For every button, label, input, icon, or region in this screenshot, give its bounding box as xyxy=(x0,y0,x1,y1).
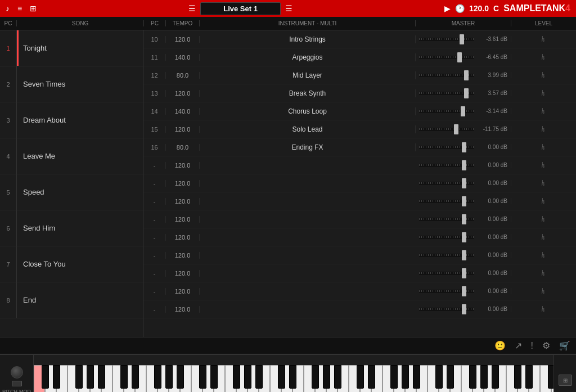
arrow-icon[interactable]: ↗ xyxy=(515,340,522,351)
fader-track-11[interactable] xyxy=(419,236,474,239)
piano-key-C#3[interactable] xyxy=(278,365,285,389)
piano-key-G#0[interactable] xyxy=(87,365,94,389)
piano-key-G#4[interactable] xyxy=(402,365,409,389)
fader-thumb-5[interactable] xyxy=(454,124,458,134)
fader-track-13[interactable] xyxy=(419,272,474,275)
alert-icon[interactable]: ! xyxy=(531,341,533,351)
row-master-10: 0.00 dB xyxy=(416,216,511,222)
level-r-label-5: R xyxy=(541,128,546,133)
piano-key-F#6[interactable] xyxy=(548,365,554,389)
music-note-icon[interactable]: ♪ xyxy=(6,4,10,13)
fader-thumb-13[interactable] xyxy=(462,268,466,278)
row-level-15: L R xyxy=(511,306,576,313)
piano-key-G#1[interactable] xyxy=(165,365,173,389)
fader-track-1[interactable] xyxy=(419,56,474,59)
fader-thumb-0[interactable] xyxy=(460,34,464,44)
kb-button-1[interactable] xyxy=(12,381,22,386)
piano-key-A#0[interactable] xyxy=(98,365,105,389)
fader-thumb-14[interactable] xyxy=(462,286,466,296)
piano-key-G#3[interactable] xyxy=(323,365,330,389)
row-master-1: -6.45 dB xyxy=(416,54,511,60)
fader-track-14[interactable] xyxy=(419,290,474,293)
song-item-seven-times[interactable]: 2Seven Times xyxy=(0,66,143,102)
piano-key-F#2[interactable] xyxy=(233,365,240,389)
fader-track-7[interactable] xyxy=(419,164,474,167)
fader-track-3[interactable] xyxy=(419,92,474,95)
piano-key-G#2[interactable] xyxy=(244,365,251,389)
piano-key-D#2[interactable] xyxy=(210,365,218,389)
piano-key-D#6[interactable] xyxy=(525,365,533,389)
fader-track-2[interactable] xyxy=(419,74,474,77)
fader-thumb-11[interactable] xyxy=(462,232,466,242)
piano-key-A#5[interactable] xyxy=(492,365,499,389)
piano-key-F#4[interactable] xyxy=(390,365,398,389)
row-tempo-15: 120.0 xyxy=(166,306,200,313)
fader-thumb-3[interactable] xyxy=(464,88,469,98)
piano-key-F#0[interactable] xyxy=(75,365,83,389)
fader-track-15[interactable] xyxy=(419,308,474,311)
piano-key-C#1[interactable] xyxy=(120,365,128,389)
fader-thumb-12[interactable] xyxy=(462,250,466,260)
piano-key-C#5[interactable] xyxy=(435,365,443,389)
main-content: 1Tonight2Seven Times3Dream About4Leave M… xyxy=(0,30,576,337)
cart-icon[interactable]: 🛒 xyxy=(559,340,570,351)
fader-track-10[interactable] xyxy=(419,218,474,221)
row-tempo-11: 120.0 xyxy=(166,234,200,241)
piano-key-A#2[interactable] xyxy=(255,365,263,389)
piano-key-D#3[interactable] xyxy=(289,365,296,389)
key-value[interactable]: C xyxy=(493,4,499,13)
hamburger-icon[interactable]: ☰ xyxy=(285,4,292,13)
song-item-leave-me[interactable]: 4Leave Me xyxy=(0,138,143,174)
piano-key-A#4[interactable] xyxy=(413,365,420,389)
piano-key-C#2[interactable] xyxy=(199,365,206,389)
data-row-10: -120.00.00 dBL R xyxy=(143,210,576,228)
fader-track-12[interactable] xyxy=(419,254,474,257)
fader-thumb-10[interactable] xyxy=(462,214,466,224)
settings-icon[interactable]: ⚙ xyxy=(542,340,550,351)
fader-track-5[interactable] xyxy=(419,128,474,131)
piano-key-C#4[interactable] xyxy=(357,365,364,389)
fader-track-4[interactable] xyxy=(419,110,474,113)
fader-thumb-2[interactable] xyxy=(464,70,469,80)
kb-right-btn-1[interactable]: ⊞ xyxy=(559,375,572,386)
list-icon[interactable]: ☰ xyxy=(188,4,196,13)
piano-key-C#6[interactable] xyxy=(514,365,521,389)
menu-icon[interactable]: ≡ xyxy=(17,4,22,13)
piano-key-C#0[interactable] xyxy=(42,365,49,389)
fader-thumb-9[interactable] xyxy=(462,196,466,206)
live-set-name[interactable]: Live Set 1 xyxy=(200,2,281,15)
emoji-icon[interactable]: 🙂 xyxy=(494,340,506,351)
piano-key-F#5[interactable] xyxy=(469,365,476,389)
piano-key-D#4[interactable] xyxy=(368,365,375,389)
piano-key-F#3[interactable] xyxy=(312,365,319,389)
fader-thumb-1[interactable] xyxy=(457,52,462,62)
bpm-value[interactable]: 120.0 xyxy=(469,4,489,13)
song-item-close-to-you[interactable]: 7Close To You xyxy=(0,246,143,282)
piano-key-F#1[interactable] xyxy=(154,365,161,389)
piano-key-D#1[interactable] xyxy=(132,365,139,389)
fader-thumb-4[interactable] xyxy=(461,106,465,116)
fader-thumb-7[interactable] xyxy=(462,160,466,170)
song-item-tonight[interactable]: 1Tonight xyxy=(0,30,143,66)
fader-thumb-15[interactable] xyxy=(462,304,466,314)
fader-track-8[interactable] xyxy=(419,182,474,185)
fader-track-9[interactable] xyxy=(419,200,474,203)
piano-key-D#0[interactable] xyxy=(53,365,60,389)
piano-key-G#5[interactable] xyxy=(480,365,488,389)
keyboard-knob[interactable] xyxy=(11,366,23,379)
piano-key-D#5[interactable] xyxy=(447,365,454,389)
song-item-dream-about[interactable]: 3Dream About xyxy=(0,102,143,138)
piano-key-A#1[interactable] xyxy=(177,365,184,389)
song-item-send-him[interactable]: 6Send Him xyxy=(0,210,143,246)
play-button[interactable]: ▶ xyxy=(444,4,451,13)
song-item-speed[interactable]: 5Speed xyxy=(0,174,143,210)
song-item-end[interactable]: 8End xyxy=(0,282,143,318)
fader-thumb-6[interactable] xyxy=(462,142,466,152)
fader-track-0[interactable] xyxy=(419,38,474,41)
piano-key-A#3[interactable] xyxy=(334,365,341,389)
fader-track-6[interactable] xyxy=(419,146,474,149)
fader-thumb-8[interactable] xyxy=(462,178,466,188)
data-panel: 10120.0Intro Strings-3.61 dBL R 11140.0A… xyxy=(143,30,576,337)
piano-scroll[interactable]: C0C1C2C3C4C5C6C7 xyxy=(34,355,554,392)
mixer-icon[interactable]: ⊞ xyxy=(30,4,37,13)
